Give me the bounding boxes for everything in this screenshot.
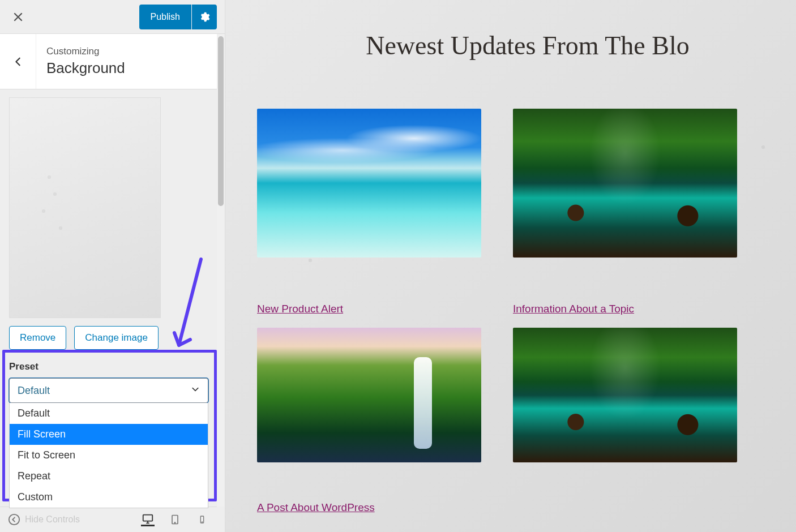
preset-option-custom[interactable]: Custom bbox=[10, 487, 208, 508]
collapse-icon bbox=[8, 513, 20, 526]
customizer-topbar: Publish bbox=[0, 0, 225, 34]
post-link[interactable]: New Product Alert bbox=[257, 303, 481, 315]
publish-button[interactable]: Publish bbox=[139, 5, 191, 29]
change-image-button[interactable]: Change image bbox=[74, 326, 159, 350]
tablet-icon bbox=[169, 513, 181, 526]
post-card: Information About a Topic bbox=[513, 109, 737, 462]
preset-option-repeat[interactable]: Repeat bbox=[10, 466, 208, 487]
preset-option-fit-to-screen[interactable]: Fit to Screen bbox=[10, 445, 208, 466]
close-icon bbox=[12, 11, 24, 23]
hide-controls-button[interactable]: Hide Controls bbox=[8, 513, 80, 526]
preset-select[interactable]: Default bbox=[9, 378, 208, 403]
mobile-icon bbox=[198, 513, 207, 526]
back-button[interactable] bbox=[0, 34, 36, 89]
customizer-footer: Hide Controls bbox=[0, 507, 217, 532]
device-desktop-button[interactable] bbox=[141, 513, 155, 526]
preset-selected-value: Default bbox=[18, 385, 50, 397]
preset-label: Preset bbox=[9, 361, 216, 372]
sidebar-scrollbar-thumb[interactable] bbox=[218, 36, 224, 206]
section-eyebrow: Customizing bbox=[46, 46, 125, 57]
post-link[interactable]: Information About a Topic bbox=[513, 303, 737, 315]
customizer-sidebar: Publish Customizing Background Remove Ch… bbox=[0, 0, 225, 532]
publish-button-group: Publish bbox=[139, 5, 217, 29]
preset-option-fill-screen[interactable]: Fill Screen bbox=[10, 424, 208, 445]
post-thumbnail[interactable] bbox=[257, 109, 481, 258]
svg-rect-1 bbox=[143, 514, 153, 521]
post-thumbnail[interactable] bbox=[257, 328, 481, 462]
site-preview: Newest Updates From The Blo New Product … bbox=[225, 0, 796, 532]
preset-option-default[interactable]: Default bbox=[10, 403, 208, 424]
preset-options-list: Default Fill Screen Fit to Screen Repeat… bbox=[9, 403, 208, 508]
post-card: New Product Alert bbox=[257, 109, 481, 462]
posts-grid: New Product Alert Information About a To… bbox=[257, 109, 796, 462]
remove-image-button[interactable]: Remove bbox=[9, 326, 66, 350]
chevron-down-icon bbox=[191, 385, 200, 397]
post-link[interactable]: A Post About WordPress bbox=[257, 501, 375, 514]
device-tablet-button[interactable] bbox=[168, 513, 182, 526]
desktop-icon bbox=[142, 513, 154, 525]
post-thumbnail[interactable] bbox=[513, 328, 737, 462]
chevron-left-icon bbox=[13, 57, 23, 67]
panel-body: Remove Change image Preset Default Defau… bbox=[0, 89, 225, 403]
section-title: Background bbox=[46, 59, 125, 77]
close-customizer-button[interactable] bbox=[10, 9, 26, 25]
svg-point-5 bbox=[202, 522, 202, 522]
background-image-preview[interactable] bbox=[9, 97, 161, 318]
device-mobile-button[interactable] bbox=[195, 513, 209, 526]
gear-icon bbox=[199, 11, 210, 23]
hide-controls-label: Hide Controls bbox=[25, 514, 80, 525]
section-header: Customizing Background bbox=[0, 34, 225, 89]
publish-label: Publish bbox=[151, 12, 180, 22]
svg-point-3 bbox=[174, 522, 175, 523]
preset-control: Preset Default Default Fill Screen Fit t… bbox=[9, 361, 216, 403]
preview-heading: Newest Updates From The Blo bbox=[225, 31, 796, 61]
post-thumbnail[interactable] bbox=[513, 109, 737, 258]
publish-settings-button[interactable] bbox=[192, 5, 217, 29]
svg-point-0 bbox=[9, 514, 19, 525]
